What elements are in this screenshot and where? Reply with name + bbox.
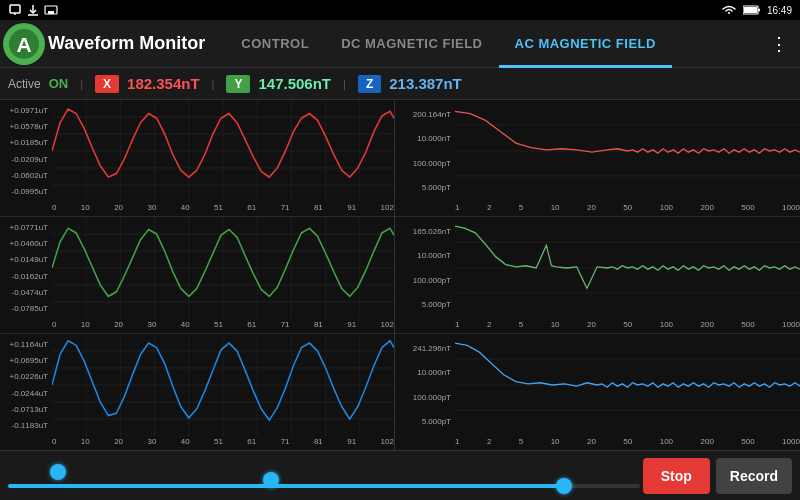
svg-rect-5 — [48, 11, 54, 14]
right-chart-red-x-labels: 1251020501002005001000 — [455, 202, 800, 216]
x-value: 182.354nT — [127, 75, 200, 92]
right-chart-blue-x-labels: 1251020501002005001000 — [455, 436, 800, 450]
record-button[interactable]: Record — [716, 458, 792, 494]
svg-text:A: A — [16, 32, 31, 55]
y-value: 147.506nT — [258, 75, 331, 92]
x-badge: X — [95, 75, 119, 93]
notification-icon — [8, 3, 22, 17]
download-icon — [26, 3, 40, 17]
right-chart-red: 200.164nT 10.000nT 100.000pT 5.000pT 125… — [395, 100, 800, 217]
main-content: +0.0971uT +0.0578uT +0.0185uT -0.0209uT … — [0, 100, 800, 450]
right-chart-green-plot — [455, 217, 800, 319]
svg-rect-7 — [744, 7, 757, 13]
tab-ac[interactable]: AC MAGNETIC FIELD — [499, 20, 672, 68]
svg-rect-8 — [758, 9, 760, 12]
left-chart-red-plot — [52, 100, 394, 202]
tab-control[interactable]: CONTROL — [225, 20, 325, 68]
right-chart-red-y-labels: 200.164nT 10.000nT 100.000pT 5.000pT — [395, 100, 455, 202]
right-chart-green-y-labels: 165.026nT 10.000nT 100.000pT 5.000pT — [395, 217, 455, 319]
y-badge: Y — [226, 75, 250, 93]
slider-3[interactable] — [8, 484, 640, 488]
right-chart-red-plot — [455, 100, 800, 202]
left-chart-red-x-labels: 0102030405161718191102 — [52, 202, 394, 216]
time-display: 16:49 — [767, 5, 792, 16]
active-on-status: ON — [49, 76, 69, 91]
z-badge: Z — [358, 75, 381, 93]
left-chart-green: +0.0771uT +0.0460uT +0.0149uT -0.0162uT … — [0, 217, 394, 334]
left-chart-blue-plot — [52, 334, 394, 436]
left-chart-blue-x-labels: 0102030405161718191102 — [52, 436, 394, 450]
stop-button[interactable]: Stop — [643, 458, 710, 494]
svg-rect-0 — [10, 5, 20, 13]
sliders-area — [8, 468, 635, 484]
left-charts-panel: +0.0971uT +0.0578uT +0.0185uT -0.0209uT … — [0, 100, 395, 450]
active-label: Active — [8, 77, 41, 91]
status-left-icons — [8, 3, 58, 17]
right-chart-blue: 241.296nT 10.000nT 100.000pT 5.000pT 125… — [395, 334, 800, 450]
status-right-icons: 16:49 — [721, 4, 792, 16]
right-charts-panel: 200.164nT 10.000nT 100.000pT 5.000pT 125… — [395, 100, 800, 450]
top-bar: A Waveform Monitor CONTROL DC MAGNETIC F… — [0, 20, 800, 68]
left-chart-green-plot — [52, 217, 394, 319]
right-chart-blue-plot — [455, 334, 800, 436]
status-bar: 16:49 — [0, 0, 800, 20]
z-value: 213.387nT — [389, 75, 462, 92]
left-chart-red-y-labels: +0.0971uT +0.0578uT +0.0185uT -0.0209uT … — [0, 100, 52, 202]
cast-icon — [44, 3, 58, 17]
left-chart-red: +0.0971uT +0.0578uT +0.0185uT -0.0209uT … — [0, 100, 394, 217]
left-chart-blue-y-labels: +0.1164uT +0.0695uT +0.0226uT -0.0244uT … — [0, 334, 52, 436]
left-chart-blue: +0.1164uT +0.0695uT +0.0226uT -0.0244uT … — [0, 334, 394, 450]
active-row: Active ON | X 182.354nT | Y 147.506nT | … — [0, 68, 800, 100]
app-title: Waveform Monitor — [48, 33, 225, 54]
tab-dc[interactable]: DC MAGNETIC FIELD — [325, 20, 498, 68]
right-chart-blue-y-labels: 241.296nT 10.000nT 100.000pT 5.000pT — [395, 334, 455, 436]
right-chart-green: 165.026nT 10.000nT 100.000pT 5.000pT 125… — [395, 217, 800, 334]
bottom-bar: Stop Record — [0, 450, 800, 500]
overflow-menu-button[interactable]: ⋮ — [758, 33, 800, 55]
app-icon: A — [0, 20, 48, 68]
left-chart-green-y-labels: +0.0771uT +0.0460uT +0.0149uT -0.0162uT … — [0, 217, 52, 319]
battery-icon — [743, 5, 761, 15]
left-chart-green-x-labels: 0102030405161718191102 — [52, 319, 394, 333]
right-chart-green-x-labels: 1251020501002005001000 — [455, 319, 800, 333]
wifi-icon — [721, 4, 737, 16]
